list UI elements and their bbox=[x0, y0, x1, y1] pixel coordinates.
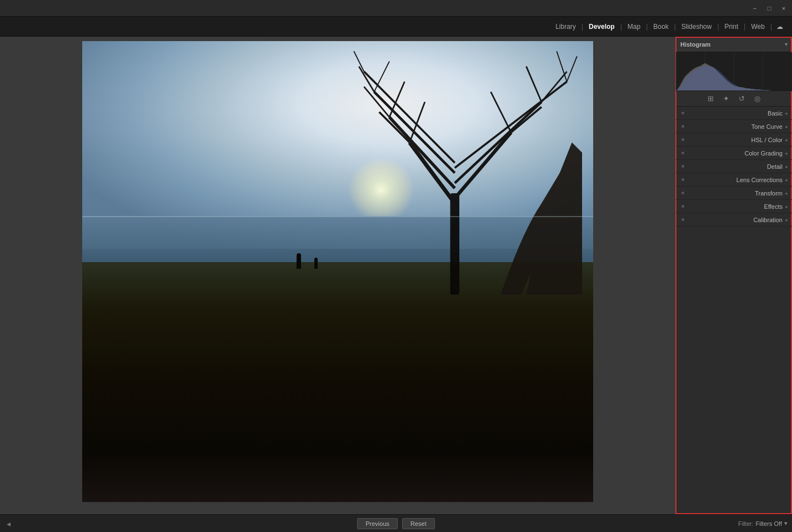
section-arrow-effects: ◂ bbox=[785, 204, 788, 209]
histogram-title: Histogram bbox=[680, 41, 710, 48]
svg-line-7 bbox=[455, 82, 567, 168]
section-dot-tone-curve bbox=[680, 124, 685, 129]
titlebar: − □ × bbox=[0, 0, 792, 17]
section-dot-detail bbox=[680, 164, 685, 169]
section-dot-effects bbox=[680, 204, 685, 209]
history-icon[interactable]: ↺ bbox=[737, 94, 747, 104]
filters-off-label: Filters Off bbox=[756, 520, 782, 527]
section-dot-lens-corrections bbox=[680, 178, 685, 182]
section-label-calibration: Calibration bbox=[687, 217, 783, 223]
section-arrow-hsl-color: ◂ bbox=[785, 137, 788, 143]
section-arrow-calibration: ◂ bbox=[785, 217, 788, 223]
panel-section-color-grading[interactable]: Color Grading ◂ bbox=[676, 147, 792, 160]
section-dot-basic bbox=[680, 111, 685, 116]
center-area bbox=[0, 37, 675, 514]
nav-develop[interactable]: Develop bbox=[583, 17, 620, 36]
section-label-effects: Effects bbox=[687, 203, 783, 210]
reset-button[interactable]: Reset bbox=[402, 518, 435, 529]
panel-section-lens-corrections[interactable]: Lens Corrections ◂ bbox=[676, 173, 792, 187]
histogram-header[interactable]: Histogram ▾ bbox=[676, 37, 792, 52]
section-dot-color-grading bbox=[680, 151, 685, 155]
tree-silhouette bbox=[338, 41, 593, 295]
panel-section-basic[interactable]: Basic ◂ bbox=[676, 107, 792, 120]
cloud-sync-icon[interactable]: ☁ bbox=[776, 23, 783, 31]
filmstrip-left-arrow[interactable]: ◂ bbox=[4, 519, 13, 528]
section-label-tone-curve: Tone Curve bbox=[687, 123, 783, 130]
section-label-lens-corrections: Lens Corrections bbox=[687, 177, 783, 183]
section-label-basic: Basic bbox=[687, 110, 783, 117]
section-label-color-grading: Color Grading bbox=[687, 150, 783, 157]
svg-line-18 bbox=[354, 51, 364, 72]
nav-map[interactable]: Map bbox=[622, 17, 646, 36]
histogram-svg bbox=[676, 52, 792, 91]
panel-section-transform[interactable]: Transform ◂ bbox=[676, 187, 792, 200]
panel-section-tone-curve[interactable]: Tone Curve ◂ bbox=[676, 120, 792, 133]
photo-background bbox=[82, 41, 593, 502]
section-arrow-basic: ◂ bbox=[785, 111, 788, 116]
svg-line-13 bbox=[491, 92, 512, 132]
section-arrow-color-grading: ◂ bbox=[785, 150, 788, 156]
crop-icon[interactable]: ⊞ bbox=[706, 94, 716, 104]
svg-line-3 bbox=[374, 92, 455, 173]
filter-label: Filter: bbox=[738, 520, 754, 527]
section-arrow-transform: ◂ bbox=[785, 190, 788, 196]
previous-button[interactable]: Previous bbox=[357, 518, 398, 529]
nav-web[interactable]: Web bbox=[745, 17, 770, 36]
bottom-center-area: Previous Reset bbox=[265, 518, 527, 529]
bottom-left-area: ◂ bbox=[0, 519, 265, 528]
panel-section-detail[interactable]: Detail ◂ bbox=[676, 160, 792, 173]
close-button[interactable]: × bbox=[780, 4, 788, 12]
histogram-collapse-arrow[interactable]: ▾ bbox=[785, 41, 788, 47]
figure-1 bbox=[297, 253, 301, 269]
photo-container bbox=[82, 41, 593, 502]
panel-section-hsl-color[interactable]: HSL / Color ◂ bbox=[676, 133, 792, 147]
bottom-bar: ◂ Previous Reset Filter: Filters Off ▾ bbox=[0, 514, 792, 532]
svg-line-19 bbox=[567, 56, 577, 82]
section-dot-transform bbox=[680, 191, 685, 195]
section-arrow-detail: ◂ bbox=[785, 164, 788, 169]
nav-library[interactable]: Library bbox=[550, 17, 582, 36]
horizon-line bbox=[82, 216, 593, 217]
panel-section-effects[interactable]: Effects ◂ bbox=[676, 200, 792, 213]
bottom-right-area: Filter: Filters Off ▾ bbox=[527, 520, 792, 527]
mask-icon[interactable]: ◎ bbox=[753, 94, 763, 104]
navbar: Library | Develop | Map | Book | Slidesh… bbox=[0, 17, 792, 37]
svg-rect-0 bbox=[450, 193, 459, 295]
right-panel: Histogram ▾ ⊞ ✦ ↺ ◎ bbox=[675, 37, 792, 514]
tool-icons-row: ⊞ ✦ ↺ ◎ bbox=[676, 91, 792, 107]
section-dot-calibration bbox=[680, 218, 685, 222]
svg-line-12 bbox=[511, 107, 542, 133]
nav-sep-7: | bbox=[770, 23, 772, 31]
section-arrow-lens-corrections: ◂ bbox=[785, 177, 788, 183]
svg-line-14 bbox=[542, 72, 567, 102]
section-dot-hsl-color bbox=[680, 138, 685, 142]
nav-slideshow[interactable]: Slideshow bbox=[676, 17, 718, 36]
section-label-detail: Detail bbox=[687, 163, 783, 170]
main-area: Histogram ▾ ⊞ ✦ ↺ ◎ bbox=[0, 37, 792, 514]
heal-icon[interactable]: ✦ bbox=[721, 94, 731, 104]
section-arrow-tone-curve: ◂ bbox=[785, 124, 788, 129]
svg-line-6 bbox=[455, 102, 542, 183]
svg-line-5 bbox=[455, 132, 511, 198]
section-label-transform: Transform bbox=[687, 190, 783, 197]
nav-print[interactable]: Print bbox=[719, 17, 744, 36]
svg-line-15 bbox=[527, 67, 542, 102]
filter-dropdown-arrow[interactable]: ▾ bbox=[784, 520, 788, 527]
section-label-hsl-color: HSL / Color bbox=[687, 137, 783, 143]
nav-book[interactable]: Book bbox=[648, 17, 674, 36]
maximize-button[interactable]: □ bbox=[765, 4, 773, 12]
figures-group bbox=[297, 253, 318, 269]
figure-2 bbox=[314, 258, 318, 269]
shore-layer bbox=[82, 262, 593, 502]
svg-line-8 bbox=[379, 112, 410, 143]
minimize-button[interactable]: − bbox=[751, 4, 759, 12]
svg-line-17 bbox=[374, 62, 389, 92]
panel-section-calibration[interactable]: Calibration ◂ bbox=[676, 213, 792, 227]
histogram-area bbox=[676, 52, 792, 91]
